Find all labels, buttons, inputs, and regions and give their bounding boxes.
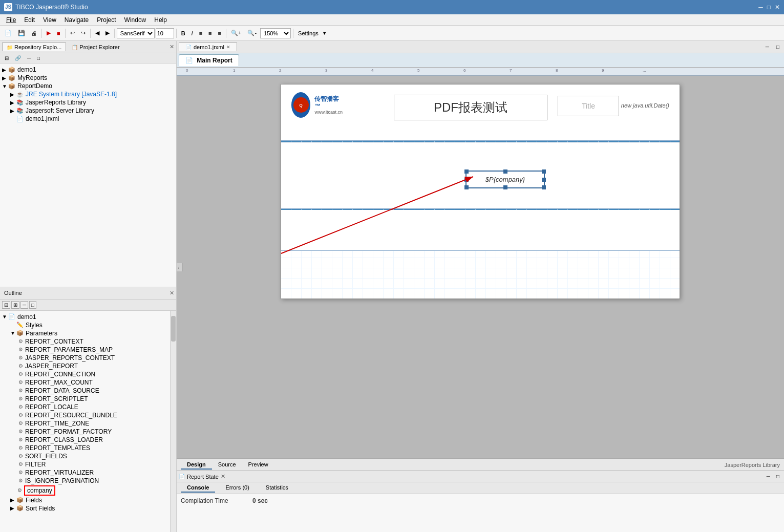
outline-item-report-data-source[interactable]: ⚙ REPORT_DATA_SOURCE [0, 387, 176, 395]
align-left-button[interactable]: ≡ [197, 29, 205, 38]
tree-item-jasperlib[interactable]: ▶ 📚 JasperReports Library [0, 98, 176, 107]
tab-project-explorer[interactable]: 📋Project Explorer [67, 42, 124, 51]
editor-minimize-btn[interactable]: ─ [763, 42, 772, 51]
outline-minimize-btn[interactable]: ─ [20, 301, 28, 309]
bold-button[interactable]: B [179, 29, 188, 38]
tree-item-reportdemo[interactable]: ▼ 📦 ReportDemo [0, 82, 176, 90]
link-editor-button[interactable]: 🔗 [12, 54, 24, 62]
toggle-reportdemo[interactable]: ▼ [2, 83, 8, 89]
collapse-all-button[interactable]: ⊟ [2, 54, 11, 62]
handle-bot-left[interactable] [464, 185, 469, 189]
settings-button[interactable]: Settings [295, 29, 321, 38]
outline-scroll-thumb[interactable] [171, 316, 176, 342]
handle-mid-right[interactable] [542, 178, 546, 182]
outline-item-report-time-zone[interactable]: ⚙ REPORT_TIME_ZONE [0, 419, 176, 428]
outline-item-report-max-count[interactable]: ⚙ REPORT_MAX_COUNT [0, 378, 176, 387]
handle-bot-right[interactable] [542, 185, 546, 189]
side-collapse-icon[interactable]: … [177, 265, 182, 269]
print-button[interactable]: 🖨 [29, 29, 39, 38]
outline-item-company[interactable]: ⚙ company [0, 485, 176, 496]
align-right-button[interactable]: ≡ [216, 29, 224, 38]
tree-item-demo1[interactable]: ▶ 📦 demo1 [0, 66, 176, 74]
minimize-panel-button[interactable]: ─ [25, 54, 33, 62]
zoom-in-button[interactable]: 🔍+ [228, 28, 244, 38]
italic-button[interactable]: I [189, 29, 196, 38]
outline-item-styles[interactable]: ✏️ Styles [0, 321, 176, 329]
undo-button[interactable]: ↩ [68, 28, 77, 38]
settings-dropdown-icon[interactable]: ▼ [322, 30, 327, 36]
outline-item-jasper-report[interactable]: ⚙ JASPER_REPORT [0, 362, 176, 370]
tab-repository-explorer[interactable]: 📁Repository Explo... [2, 42, 66, 51]
handle-top-mid[interactable] [503, 169, 507, 174]
handle-bot-mid[interactable] [503, 185, 507, 189]
date-field[interactable]: new java.util.Date() [621, 102, 669, 109]
tab-design[interactable]: Design [181, 460, 212, 470]
outline-item-sort-fields-root[interactable]: ▶ 📦 Sort Fields [0, 504, 176, 513]
outline-collapse-btn[interactable]: ⊟ [2, 301, 10, 309]
outline-item-report-format-factory[interactable]: ⚙ REPORT_FORMAT_FACTORY [0, 428, 176, 436]
redo-button[interactable]: ↪ [78, 28, 88, 38]
tree-item-demo1jrxml[interactable]: 📄 demo1.jrxml [0, 115, 176, 123]
menu-window[interactable]: Window [120, 15, 151, 25]
new-button[interactable]: 📄 [2, 28, 14, 38]
outline-close-icon[interactable]: ✕ [169, 290, 174, 296]
toggle-jre[interactable]: ▶ [10, 92, 16, 97]
tab-preview[interactable]: Preview [242, 460, 274, 470]
toggle-jasperserver[interactable]: ▶ [10, 108, 16, 114]
tree-item-myreports[interactable]: ▶ 📦 MyReports [0, 74, 176, 82]
outline-item-is-ignore-pagination[interactable]: ⚙ IS_IGNORE_PAGINATION [0, 477, 176, 485]
forward-button[interactable]: ▶ [103, 28, 112, 38]
tab-source[interactable]: Source [212, 460, 242, 470]
maximize-panel-button[interactable]: □ [34, 54, 43, 62]
errors-tab[interactable]: Errors (0) [219, 483, 255, 493]
outline-toggle-sort-fields-root[interactable]: ▶ [10, 505, 16, 511]
report-state-minimize-btn[interactable]: ─ [764, 472, 773, 481]
outline-item-fields[interactable]: ▶ 📦 Fields [0, 496, 176, 504]
editor-tab-demo1[interactable]: 📄 demo1.jrxml ✕ [179, 42, 237, 51]
statistics-tab[interactable]: Statistics [260, 483, 294, 493]
outline-item-report-class-loader[interactable]: ⚙ REPORT_CLASS_LOADER [0, 436, 176, 444]
outline-item-report-templates[interactable]: ⚙ REPORT_TEMPLATES [0, 444, 176, 452]
zoom-select[interactable]: 150% [260, 28, 291, 38]
align-center-button[interactable]: ≡ [206, 29, 214, 38]
outline-item-report-locale[interactable]: ⚙ REPORT_LOCALE [0, 403, 176, 411]
tree-item-jre[interactable]: ▶ ☕ JRE System Library [JavaSE-1.8] [0, 90, 176, 98]
maximize-button[interactable]: □ [767, 4, 771, 11]
menu-navigate[interactable]: Navigate [60, 15, 93, 25]
outline-item-report-resource-bundle[interactable]: ⚙ REPORT_RESOURCE_BUNDLE [0, 411, 176, 419]
menu-edit[interactable]: Edit [20, 15, 39, 25]
report-state-maximize-btn[interactable]: □ [774, 472, 782, 481]
outline-toggle-parameters[interactable]: ▼ [10, 330, 16, 336]
outline-scrollbar[interactable] [170, 311, 176, 533]
handle-top-right[interactable] [542, 169, 546, 174]
canvas-area[interactable]: … Q [177, 76, 784, 458]
outline-item-report-connection[interactable]: ⚙ REPORT_CONNECTION [0, 370, 176, 378]
outline-item-parameters[interactable]: ▼ 📦 Parameters [0, 329, 176, 337]
toggle-myreports[interactable]: ▶ [2, 75, 8, 81]
close-button[interactable]: ✕ [775, 4, 780, 11]
zoom-out-button[interactable]: 🔍- [245, 28, 259, 38]
save-button[interactable]: 💾 [15, 28, 28, 38]
outline-maximize-btn[interactable]: □ [29, 301, 36, 309]
toggle-demo1[interactable]: ▶ [2, 67, 8, 73]
tree-item-jasperserver[interactable]: ▶ 📚 Jaspersoft Server Library [0, 107, 176, 115]
outline-item-report-scriptlet[interactable]: ⚙ REPORT_SCRIPTLET [0, 395, 176, 403]
outline-expand-btn[interactable]: ⊞ [11, 301, 19, 309]
outline-toggle-demo1[interactable]: ▼ [2, 314, 8, 320]
panel-close-icon[interactable]: ✕ [169, 44, 174, 50]
font-family-select[interactable]: SansSerif [117, 28, 155, 38]
outline-item-report-params-map[interactable]: ⚙ REPORT_PARAMETERS_MAP [0, 346, 176, 354]
editor-maximize-btn[interactable]: □ [774, 42, 782, 51]
editor-tab-close[interactable]: ✕ [226, 45, 230, 50]
title-placeholder-box[interactable]: Title [558, 96, 619, 116]
font-size-input[interactable] [156, 28, 174, 38]
report-state-close-icon[interactable]: ✕ [221, 473, 225, 480]
title-field[interactable]: PDF报表测试 [394, 95, 547, 120]
back-button[interactable]: ◀ [93, 28, 102, 38]
outline-item-report-context[interactable]: ⚙ REPORT_CONTEXT [0, 337, 176, 346]
handle-top-left[interactable] [464, 169, 469, 174]
menu-file[interactable]: File [2, 15, 20, 25]
menu-view[interactable]: View [39, 15, 60, 25]
stop-button[interactable]: ■ [54, 29, 63, 38]
outline-item-filter[interactable]: ⚙ FILTER [0, 460, 176, 469]
